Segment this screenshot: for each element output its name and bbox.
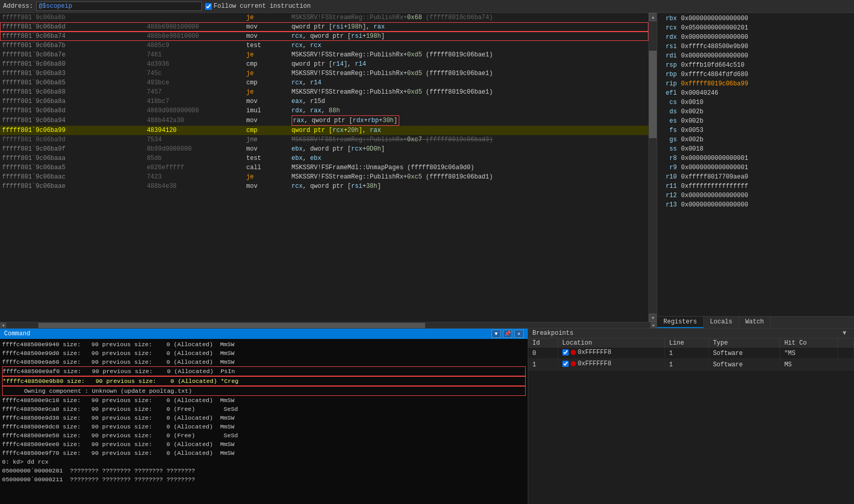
cmd-line: 05000000`00000211 ???????? ???????? ????… [2, 475, 526, 484]
reg-name-gs: gs [660, 135, 681, 144]
reg-name-r12: r12 [660, 191, 681, 200]
disasm-bytes: 7457 [144, 87, 244, 97]
disasm-scroll[interactable]: fffff801`9c06ba6b je MSKSSRV!FSStreamReg… [0, 13, 648, 322]
disasm-bytes: 488b6980100000 [144, 22, 244, 32]
command-output[interactable]: ffffc488500e9940 size: 90 previous size:… [0, 339, 528, 504]
disasm-operands: rcx, rcx [290, 41, 648, 50]
disasm-row[interactable]: fffff801`9c06ba94 488b442a30 mov rax, qw… [0, 115, 648, 126]
registers-content[interactable]: rbx0x0000000000000000rcx0x05000000000002… [657, 13, 854, 316]
disasm-mnem: je [244, 172, 290, 182]
cmd-line: 0: kd> dd rcx [2, 457, 526, 466]
disasm-addr: fffff801`9c06baac [0, 172, 144, 182]
disasm-mnem: je [244, 69, 290, 78]
disasm-row[interactable]: fffff801`9c06baaa 85db test ebx, ebx [0, 154, 648, 163]
disasm-row[interactable]: fffff801`9c06ba6d 488b6980100000 mov qwo… [0, 22, 648, 32]
reg-row-fs: fs0x0053 [658, 126, 853, 135]
disasm-operands: MSKSSRV!FSStreamReg::PublishRx+0x68 (fff… [290, 13, 648, 22]
bp-row[interactable]: 0 0xFFFFFF8 1 Software "MS [528, 348, 854, 359]
disasm-addr: fffff801`9c06ba94 [0, 115, 144, 126]
address-bar: Address: Follow current instruction [0, 0, 854, 13]
bp-col-location: Location [558, 338, 664, 348]
hscroll-left-btn[interactable]: ◄ [0, 322, 6, 329]
bp-col-type: Type [708, 338, 780, 348]
bp-dropdown-btn[interactable]: ▼ [843, 330, 850, 337]
disasm-mnem: mov [244, 97, 290, 106]
disasm-operands: MSKSSRV!FSStreamReg::PublishRx+0xc5 (fff… [290, 172, 648, 182]
disasm-addr: fffff801`9c06baae [0, 182, 144, 191]
address-input[interactable] [36, 2, 202, 11]
reg-row-gs: gs0x002b [658, 135, 853, 144]
reg-row-rbx: rbx0x0000000000000000 [658, 14, 853, 23]
disasm-bytes: 745c [144, 69, 244, 78]
hscroll-thumb [38, 323, 425, 328]
disasm-row[interactable]: fffff801`9c06ba7e 7461 je MSKSSRV!FSStre… [0, 50, 648, 60]
disasm-mnem: test [244, 154, 290, 163]
bp-extra [837, 359, 853, 370]
reg-value-rbp: 0xffffc4884fdfd680 [681, 70, 748, 79]
disasm-row[interactable]: fffff801`9c06baa5 e826efffff call MSKSSR… [0, 163, 648, 172]
command-titlebar: Command ▼ 📌 ✕ [0, 329, 528, 339]
disasm-bytes: 7461 [144, 50, 244, 60]
reg-name-rip: rip [660, 79, 681, 88]
tab-locals[interactable]: Locals [704, 317, 739, 328]
disasm-bytes: 4d3936 [144, 60, 244, 69]
disasm-addr: fffff801`9c06ba85 [0, 78, 144, 87]
reg-row-r12: r120x0000000000000000 [658, 191, 853, 200]
reg-name-r10: r10 [660, 172, 681, 182]
reg-value-rdx: 0x0000000000000000 [681, 33, 748, 42]
command-minimize-btn[interactable]: ▼ [491, 330, 501, 338]
reg-row-rcx: rcx0x0500000000000201 [658, 23, 853, 33]
reg-row-r9: r90x0000000000000001 [658, 163, 853, 172]
disasm-row[interactable]: fffff801`9c06ba9d 7534 jne MSKSSRV!FSStr… [0, 135, 648, 144]
disasm-row[interactable]: fffff801`9c06baac 7423 je MSKSSRV!FSStre… [0, 172, 648, 182]
reg-name-r8: r8 [660, 154, 681, 163]
scroll-up-btn[interactable]: ▲ [649, 13, 657, 21]
disasm-row[interactable]: fffff801`9c06ba80 4d3936 cmp qword ptr [… [0, 60, 648, 69]
bp-col-hitcount: Hit Co [780, 338, 837, 348]
disasm-row[interactable]: fffff801`9c06ba7b 4885c9 test rcx, rcx [0, 41, 648, 50]
disasm-bytes: 85db [144, 154, 244, 163]
cmd-line: ffffc488500e9f70 size: 90 previous size:… [2, 449, 526, 457]
cmd-line: ffffc488500e9af0 size: 90 previous size:… [2, 366, 526, 376]
command-pin-btn[interactable]: 📌 [503, 330, 512, 338]
disasm-row[interactable]: fffff801`9c06baae 488b4e38 mov rcx, qwor… [0, 182, 648, 191]
disasm-addr: fffff801`9c06ba8d [0, 106, 144, 115]
disasm-row[interactable]: fffff801`9c06ba6b je MSKSSRV!FSStreamReg… [0, 13, 648, 22]
tab-watch[interactable]: Watch [739, 317, 771, 328]
disasm-operands: ebx, ebx [290, 154, 648, 163]
disasm-addr: fffff801`9c06ba6d [0, 22, 144, 32]
disasm-row[interactable]: fffff801`9c06ba99 48394120 cmp qword ptr… [0, 126, 648, 135]
reg-row-rsi: rsi0xffffc488500e9b90 [658, 42, 853, 51]
disasm-row[interactable]: fffff801`9c06ba9f 8b99d0000000 mov ebx, … [0, 144, 648, 154]
command-close-btn[interactable]: ✕ [514, 330, 524, 338]
hscroll-track[interactable] [6, 322, 650, 329]
follow-checkbox-input[interactable] [205, 3, 212, 10]
disasm-mnem: je [244, 87, 290, 97]
disasm-mnem: cmp [244, 78, 290, 87]
disasm-operands: eax, r15d [290, 97, 648, 106]
bp-checkbox-0[interactable] [562, 349, 569, 355]
disasm-row[interactable]: fffff801`9c06ba83 745c je MSKSSRV!FSStre… [0, 69, 648, 78]
scroll-down-btn[interactable]: ▼ [649, 314, 657, 322]
disasm-row[interactable]: fffff801`9c06ba88 7457 je MSKSSRV!FSStre… [0, 87, 648, 97]
disasm-row[interactable]: fffff801`9c06ba74 488b8e98010000 mov rcx… [0, 32, 648, 41]
disasm-bytes: 488b8e98010000 [144, 32, 244, 41]
scroll-track[interactable] [649, 21, 657, 314]
bp-row[interactable]: 1 0xFFFFFF8 1 Software MS [528, 359, 854, 370]
disasm-row[interactable]: fffff801`9c06ba8a 418bc7 mov eax, r15d [0, 97, 648, 106]
bp-dot-1 [571, 361, 576, 366]
disasm-bytes: 48394120 [144, 126, 244, 135]
disasm-row[interactable]: fffff801`9c06ba8d 4869d088000000 imul rd… [0, 106, 648, 115]
tab-registers[interactable]: Registers [657, 317, 704, 328]
bp-checkbox-1[interactable] [562, 361, 569, 367]
disasm-row[interactable]: fffff801`9c06ba85 493bce cmp rcx, r14 [0, 78, 648, 87]
cmd-line: ffffc488500e9ca0 size: 90 previous size:… [2, 405, 526, 413]
disasm-mnem: mov [244, 115, 290, 126]
disasm-operands: rcx, qword ptr [rsi+38h] [290, 182, 648, 191]
follow-checkbox-label[interactable]: Follow current instruction [205, 3, 311, 10]
disasm-addr: fffff801`9c06ba74 [0, 32, 144, 41]
scroll-thumb [649, 51, 657, 139]
hscroll-right-btn[interactable]: ► [650, 322, 657, 329]
reg-name-rbp: rbp [660, 70, 681, 79]
reg-name-r9: r9 [660, 163, 681, 172]
